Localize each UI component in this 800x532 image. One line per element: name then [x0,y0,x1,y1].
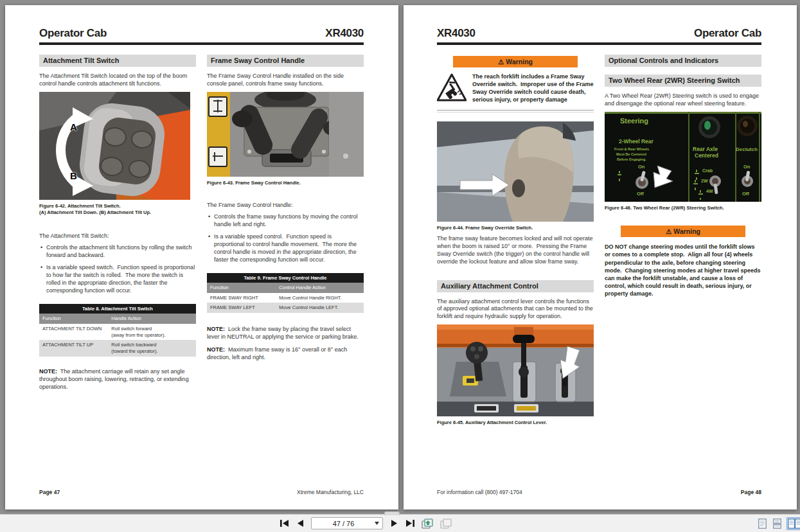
page-header: XR4030 Operator Cab [437,27,761,45]
table-row: ATTACHMENT TILT UP Roll switch backward … [39,340,196,357]
steering-panel-photo-art [605,112,761,202]
first-page-button[interactable] [279,518,289,529]
tilt-bullet-1: Controls the attachment tilt functions b… [39,244,196,260]
figure-6-46-caption: Figure 6-46. Two Wheel Rear (2WR) Steeri… [605,205,761,211]
table-row: FRAME SWAY LEFT Move Control Handle LEFT… [207,303,364,313]
warning-block: The reach forklift includes a Frame Sway… [437,73,594,104]
panel-label-2-wheel-rear: 2-Wheel Rear [619,139,653,145]
sway-note-1: NOTE: Lock the frame sway by placing the… [207,326,364,341]
panel-label-off-2: Off [742,191,749,197]
left-page-col1: Attachment Tilt Switch The Attachment Ti… [39,55,196,391]
tilt-note: NOTE: The attachment carriage will retai… [39,368,196,391]
panel-label-on-2: On [743,164,750,170]
override-switch-photo-art [437,121,594,222]
page-header: Operator Cab XR4030 [39,27,364,45]
warning-banner: ⚠ Warning [453,56,578,67]
continuous-view-button[interactable] [772,518,782,529]
figure-6-43-photo [207,92,364,177]
next-view-button[interactable] [440,518,452,529]
table-row: ATTACHMENT TILT DOWN Roll switch forward… [39,324,196,341]
manufacturer-name: Xtreme Manufacturing, LLC [297,489,364,495]
warning-text: The reach forklift includes a Frame Sway… [472,73,594,104]
viewer-toolbar: 47 / 76 [0,514,800,532]
tip-over-hazard-icon [437,73,467,102]
panel-label-crab: Crab [702,168,713,173]
section-title-frame-sway-control-handle: Frame Sway Control Handle [207,55,364,67]
figure-6-44-caption: Figure 6-44. Frame Sway Override Switch. [437,225,594,231]
page-header-title: Operator Cab [39,27,107,40]
optional-intro: A Two Wheel Rear (2WR) Steering switch i… [605,93,761,108]
tilt-label-b: B [70,170,77,181]
facing-pages-view-button[interactable] [787,518,800,529]
page-number-input[interactable]: 47 / 76 [311,517,383,529]
sway-bullets: Controls the frame sway functions by mov… [207,213,364,264]
page-header-title: Operator Cab [694,27,761,40]
left-page-col2: Frame Sway Control Handle The Frame Sway… [207,55,364,391]
page-header-model: XR4030 [437,27,476,40]
panel-label-note-1: Front & Rear Wheels [614,147,649,151]
figure-6-45-caption: Figure 6-45. Auxiliary Attachment Contro… [437,420,594,426]
right-page-col1: ⚠ Warning The reach forklift includes a … [437,55,594,429]
steering-warning-text: DO NOT change steering modes until the f… [605,243,761,298]
warning-banner-2: ⚠ Warning [621,226,745,237]
page-indicator-value[interactable]: 47 / 76 [333,520,355,528]
page-number: Page 47 [39,489,60,495]
panel-label-note-2: Must Be Centered [616,152,646,156]
panel-label-4w: 4W [706,189,713,194]
panel-label-on-1: On [638,164,644,170]
section-title-auxiliary-attachment-control: Auxiliary Attachment Control [437,280,594,292]
previous-view-button[interactable] [421,518,434,529]
sway-bullet-2: Is a variable speed control. Function sp… [207,233,364,264]
section-title-2wr-steering-switch: Two Wheel Rear (2WR) Steering Switch [605,75,761,87]
single-page-view-button[interactable] [758,518,767,529]
section-title-optional-controls: Optional Controls and Indicators [605,55,761,67]
right-page-col2: Optional Controls and Indicators Two Whe… [605,55,761,429]
tilt-bullets: Controls the attachment tilt functions b… [39,244,196,295]
tilt-label-a: A [70,121,77,132]
contact-info: For information call (800) 497-1704 [437,489,522,495]
next-page-button[interactable] [389,518,399,529]
figure-6-42-photo: A B [39,92,190,200]
page-48-footer: For information call (800) 497-1704 Page… [437,489,761,495]
panel-label-declutch: Declutch [736,146,758,152]
figure-6-44-photo [437,121,594,222]
tilt-intro: The Attachment Tilt Switch located on th… [39,73,196,88]
sway-list-intro: The Frame Sway Control Handle: [207,202,364,208]
table-8-attachment-tilt-switch: Table 8. Attachment Tilt Switch Function… [39,304,196,357]
aux-lever-photo-art [437,324,594,416]
last-page-button[interactable] [405,518,415,529]
panel-label-steering: Steering [620,117,648,125]
sway-intro: The Frame Sway Control Handle installed … [207,73,364,88]
divider [437,110,594,112]
warning-icon: ⚠ [498,58,504,66]
figure-6-46-photo: Steering 2-Wheel Rear Front & Rear Wheel… [605,112,761,202]
panel-label-off-1: Off [637,191,644,197]
page-47-footer: Page 47 Xtreme Manufacturing, LLC [39,489,364,495]
panel-label-note-3: Before Engaging. [617,157,646,161]
panel-label-centered: Centered [695,153,718,159]
override-body: The frame sway feature becomes locked an… [437,235,594,266]
sway-note-2: NOTE: Maximum frame sway is 16° overall … [207,346,364,362]
tilt-switch-photo-art [39,92,190,200]
table-row: FRAME SWAY RIGHT Move Control Handle RIG… [207,293,364,303]
table-9-frame-sway-control-handle: Table 9. Frame Sway Control Handle Funct… [207,273,364,313]
tilt-list-intro: The Attachment Tilt Switch: [39,233,196,239]
section-title-attachment-tilt-switch: Attachment Tilt Switch [39,55,196,67]
aux-intro: The auxiliary attachment control lever c… [437,298,594,321]
panel-label-2w: 2W [701,179,708,184]
page-header-model: XR4030 [325,27,364,40]
warning-icon: ⚠ [666,227,671,235]
pdf-page-47: Operator Cab XR4030 Attachment Tilt Swit… [5,5,398,510]
previous-page-button[interactable] [295,518,305,529]
tilt-bullet-2: Is a variable speed switch. Function spe… [39,264,196,295]
page-number: Page 48 [741,489,761,495]
figure-6-45-photo [437,324,594,416]
figure-6-42-caption: Figure 6-42. Attachment Tilt Switch. (A)… [39,203,196,216]
sway-handle-photo-art [207,92,364,177]
figure-6-43-caption: Figure 6-43. Frame Sway Control Handle. [207,180,364,186]
pdf-page-48: XR4030 Operator Cab ⚠ Warning [404,5,797,510]
chevron-down-icon[interactable] [375,522,379,525]
sway-bullet-1: Controls the frame sway functions by mov… [207,213,364,229]
